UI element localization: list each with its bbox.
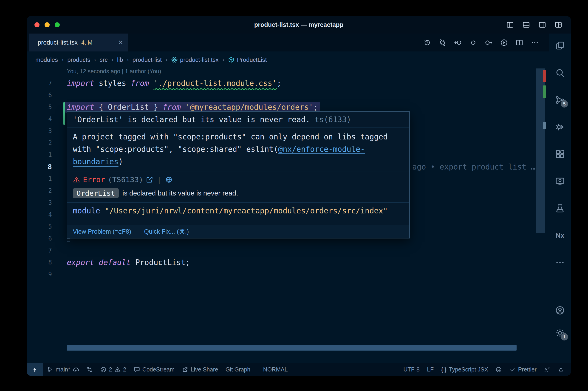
status-live-share[interactable]: Live Share <box>178 363 222 376</box>
line-number[interactable]: 8 <box>27 259 52 266</box>
close-window-button[interactable] <box>34 22 39 27</box>
line-number[interactable]: 4 <box>27 211 52 218</box>
status-encoding[interactable]: UTF-8 <box>400 363 423 376</box>
line-number[interactable]: 3 <box>27 127 52 134</box>
modified-gutter-indicator <box>63 102 65 125</box>
code-token: './product-list.module.css' <box>154 79 277 88</box>
code-line[interactable]: export default ProductList; <box>67 258 190 267</box>
breadcrumb-item-modules[interactable]: modules <box>35 56 58 63</box>
activitybar-additional-views[interactable] <box>555 257 565 268</box>
timeline-button[interactable] <box>423 39 431 47</box>
activitybar-extensions[interactable] <box>555 149 565 159</box>
activity-bar: 5Nx 1 <box>549 34 571 363</box>
customize-layout[interactable] <box>554 21 562 29</box>
extensions-icon <box>555 149 565 159</box>
status-git-graph[interactable]: Git Graph <box>222 363 254 376</box>
line-number[interactable]: 3 <box>27 199 52 206</box>
status-github[interactable] <box>492 363 505 376</box>
line-number[interactable]: 9 <box>27 271 52 278</box>
activitybar-accounts[interactable] <box>555 305 565 316</box>
remote-monitor-icon <box>555 176 565 186</box>
line-number[interactable]: 8 <box>27 163 52 171</box>
globe-icon[interactable] <box>165 176 172 183</box>
status-notifications[interactable] <box>554 363 568 376</box>
more-actions-button[interactable] <box>531 39 539 47</box>
line-number[interactable]: 1 <box>27 175 52 182</box>
hover-error-row: Error (TS6133) | <box>67 172 409 187</box>
open-external-icon <box>146 176 153 183</box>
breadcrumb-item-lib[interactable]: lib <box>117 56 123 63</box>
eslint-rule-link[interactable]: @nx/enforce-module- <box>278 145 365 154</box>
breadcrumb-item-src[interactable]: src <box>100 56 108 63</box>
hover-module-row: module "/Users/juri/nrwl/content/myreact… <box>67 202 409 219</box>
next-change-button[interactable] <box>485 39 493 47</box>
share-icon <box>182 366 188 373</box>
breadcrumb-item-product-list.tsx[interactable]: product-list.tsx <box>171 56 219 63</box>
editor-row: You, 12 seconds ago | 1 author (You) <box>27 68 549 77</box>
minimize-window-button[interactable] <box>45 22 50 27</box>
eslint-line3: boundaries) <box>73 156 404 168</box>
horizontal-scrollbar-thumb[interactable] <box>67 345 516 351</box>
status-remote[interactable] <box>27 363 43 376</box>
activitybar-nx-console[interactable]: Nx <box>555 230 565 241</box>
activitybar-testing[interactable] <box>555 203 565 214</box>
line-number[interactable]: 4 <box>27 115 52 122</box>
status-vim-mode[interactable]: -- NORMAL -- <box>254 363 297 376</box>
activitybar-manage[interactable]: 1 <box>555 328 565 338</box>
gitlens-blame-annotation[interactable]: You, 12 seconds ago | 1 author (You) <box>67 68 161 75</box>
code-line[interactable]: import { OrderList } from '@myreactapp/m… <box>67 103 320 112</box>
previous-change-button[interactable] <box>454 39 462 47</box>
detail-text: is declared but its value is never read. <box>122 189 238 197</box>
status-feedback[interactable] <box>540 363 554 376</box>
status-codestream[interactable]: CodeStream <box>130 363 178 376</box>
toggle-sidebar[interactable] <box>506 21 514 29</box>
separator: | <box>157 175 161 184</box>
activitybar-source-control[interactable]: 5 <box>555 95 565 105</box>
code-token: OrderList <box>108 103 149 112</box>
activitybar-run-and-debug[interactable] <box>555 122 565 132</box>
editor-pane[interactable]: You, 12 seconds ago | 1 author (You)7imp… <box>27 68 549 363</box>
tab-product-list[interactable]: product-list.tsx 4, M × <box>29 34 128 51</box>
line-number[interactable]: 5 <box>27 103 52 110</box>
circle-icon <box>469 39 477 47</box>
eslint-rule-link-2[interactable]: boundaries <box>73 157 118 166</box>
line-number[interactable]: 2 <box>27 187 52 194</box>
breadcrumb-label: lib <box>117 56 123 63</box>
activitybar-remote-explorer[interactable] <box>555 176 565 187</box>
zoom-window-button[interactable] <box>55 22 60 27</box>
run-debug-icon <box>555 122 565 132</box>
open-external-icon[interactable] <box>146 176 153 183</box>
line-number[interactable]: 6 <box>27 235 52 242</box>
run-file-button[interactable] <box>500 39 508 47</box>
code-line[interactable]: import styles from './product-list.modul… <box>67 79 281 88</box>
line-number[interactable]: 5 <box>27 223 52 230</box>
toggle-panel[interactable] <box>522 21 530 29</box>
line-number[interactable]: 7 <box>27 247 52 254</box>
hover-resize-handle[interactable] <box>67 238 70 242</box>
tab-close-button[interactable]: × <box>118 38 123 47</box>
line-number[interactable]: 2 <box>27 139 52 146</box>
activitybar-search[interactable] <box>555 68 565 78</box>
status-problems[interactable]: 22 <box>96 363 130 376</box>
split-editor-button[interactable] <box>515 39 523 47</box>
gitlens-inline-blame: ago • export product list … <box>412 161 535 173</box>
status-eol[interactable]: LF <box>423 363 437 376</box>
quick-fix-button[interactable]: Quick Fix... (⌘.) <box>144 228 189 235</box>
line-number[interactable]: 7 <box>27 80 52 87</box>
line-number[interactable]: 1 <box>27 151 52 158</box>
activitybar-explorer[interactable] <box>555 40 565 51</box>
view-problem-button[interactable]: View Problem (⌥F8) <box>73 228 131 235</box>
line-number[interactable]: 6 <box>27 92 52 98</box>
status-label: LF <box>427 366 434 373</box>
cube-icon <box>228 57 235 63</box>
change-dot-button[interactable] <box>469 39 477 47</box>
status-git-branch[interactable]: main* <box>43 363 83 376</box>
open-changes-button[interactable] <box>438 39 446 47</box>
toggle-secondary-sidebar[interactable] <box>538 21 546 29</box>
status-prettier[interactable]: Prettier <box>505 363 540 376</box>
breadcrumb-item-ProductList[interactable]: ProductList <box>228 56 267 63</box>
breadcrumb-item-products[interactable]: products <box>67 56 90 63</box>
status-compare-changes[interactable] <box>83 363 96 376</box>
status-language-mode[interactable]: { }TypeScript JSX <box>437 363 492 376</box>
breadcrumb-item-product-list[interactable]: product-list <box>133 56 162 63</box>
